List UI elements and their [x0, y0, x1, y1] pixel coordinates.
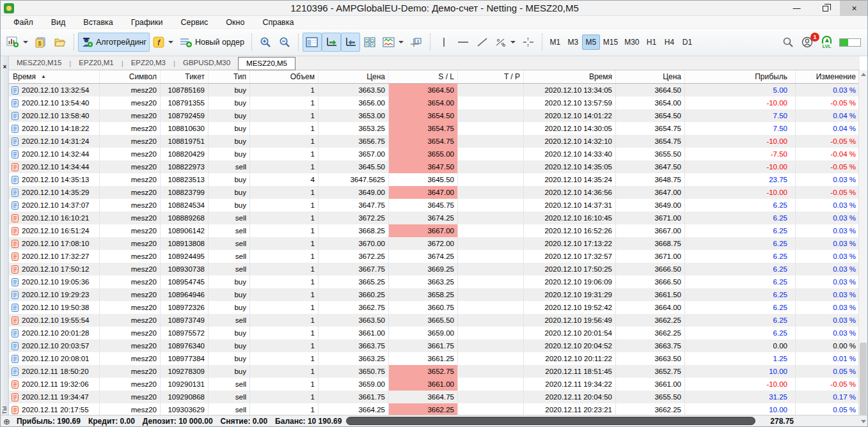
table-row[interactable]: 2020.12.10 19:50:38mesz20108972326buy136… [9, 301, 860, 314]
panel-close-icon[interactable]: × [1, 64, 9, 70]
table-row[interactable]: 2020.12.10 17:32:27mesz20108924495sell13… [9, 250, 860, 263]
auto-scroll-button[interactable] [322, 33, 341, 52]
table-row[interactable]: 2020.12.10 14:35:13mesz20108823513buy436… [9, 173, 860, 186]
menu-tools[interactable]: Сервис [172, 16, 217, 29]
table-row[interactable]: 2020.12.10 20:01:28mesz20108975572buy136… [9, 327, 860, 339]
timeframe-m1[interactable]: M1 [546, 35, 564, 50]
minimize-button[interactable]: — [782, 1, 811, 16]
menu-help[interactable]: Справка [253, 16, 303, 29]
community-button[interactable]: 1 [801, 36, 814, 49]
table-row[interactable]: 2020.12.10 20:03:57mesz20108976340buy136… [9, 339, 860, 352]
status-plus-icon[interactable]: ⊕ [3, 417, 10, 426]
header-open-time[interactable]: Время ▲ [9, 70, 100, 83]
data-window-button[interactable]: i [407, 33, 426, 52]
header-ticket[interactable]: Тикет [161, 70, 209, 83]
close-button[interactable]: × [840, 1, 868, 16]
table-row[interactable]: 2020.12.10 14:31:24mesz20108819751buy136… [9, 135, 860, 148]
new-order-button[interactable]: Новый ордер [177, 33, 248, 52]
indicators-button[interactable] [379, 33, 407, 52]
table-row[interactable]: 2020.12.10 20:08:01mesz20108977384buy136… [9, 352, 860, 365]
timeframe-m30[interactable]: M30 [621, 35, 642, 50]
horizontal-scrollbar-thumb[interactable] [346, 417, 755, 425]
table-row[interactable]: 2020.12.10 14:35:29mesz20108823799buy136… [9, 186, 860, 199]
header-change[interactable]: Изменение [796, 70, 860, 83]
table-row[interactable]: 2020.12.11 19:34:47mesz20109290868sell13… [9, 391, 860, 403]
table-row[interactable]: 2020.12.10 14:37:07mesz20108824534buy136… [9, 199, 860, 212]
tab-gbpusd-m30[interactable]: GBPUSD,M30 [175, 56, 238, 70]
table-row[interactable]: 2020.12.10 19:29:23mesz20108964946buy136… [9, 288, 860, 301]
status-bar: ⊕ Прибыль: 190.69 Кредит: 0.00 Депозит: … [1, 415, 868, 426]
scroll-down-icon[interactable] [861, 420, 866, 423]
cell-volume: 1 [250, 135, 319, 148]
trendline-icon [477, 37, 488, 47]
header-volume[interactable]: Объем [250, 70, 319, 83]
tab-epz20-m3[interactable]: EPZ20,M3 [123, 56, 173, 70]
search-button[interactable] [782, 36, 794, 48]
profiles-folder-button[interactable] [51, 33, 70, 52]
horizontal-line-button[interactable] [454, 33, 473, 52]
crosshair-button[interactable] [519, 33, 538, 52]
cell-sl: 3667.00 [389, 224, 458, 237]
menu-file[interactable]: Файл [4, 16, 42, 29]
header-close-price[interactable]: Цена [616, 70, 685, 83]
scroll-up-icon[interactable] [861, 73, 866, 76]
table-row[interactable]: 2020.12.10 14:34:44mesz20108822973sell13… [9, 160, 860, 173]
restore-button[interactable] [811, 1, 840, 16]
cell-volume: 1 [250, 148, 319, 160]
cell-sl: 3654.75 [389, 122, 458, 135]
header-close-time[interactable]: Время [524, 70, 616, 83]
mql5-function-button[interactable]: f [150, 33, 177, 52]
sell-order-icon [12, 406, 19, 414]
chart-shift-button[interactable] [341, 33, 360, 52]
table-row[interactable]: 2020.12.11 20:17:55mesz20109303629sell13… [9, 403, 860, 416]
table-row[interactable]: 2020.12.10 13:58:40mesz20108792459buy136… [9, 109, 860, 122]
table-row[interactable]: 2020.12.11 18:50:20mesz20109278309buy136… [9, 365, 860, 378]
header-type[interactable]: Тип [209, 70, 250, 83]
new-chart-button[interactable] [3, 33, 31, 52]
open-account-button[interactable]: $ [31, 33, 51, 52]
menu-insert[interactable]: Вставка [74, 16, 122, 29]
table-row[interactable]: 2020.12.10 17:08:10mesz20108913808sell13… [9, 237, 860, 250]
chart-layout-button[interactable] [303, 33, 322, 52]
menu-view[interactable]: Вид [42, 16, 75, 29]
tab-mesz20-m15[interactable]: MESZ20,M15 [9, 56, 69, 70]
table-row[interactable]: 2020.12.10 17:50:12mesz20108930738sell13… [9, 263, 860, 276]
zoom-in-button[interactable] [256, 33, 275, 52]
trendline-button[interactable] [473, 33, 492, 52]
table-row[interactable]: 2020.12.10 13:54:40mesz20108791355buy136… [9, 97, 860, 109]
table-row[interactable]: 2020.12.10 19:05:36mesz20108954745buy136… [9, 276, 860, 288]
vertical-line-button[interactable] [434, 33, 454, 52]
tile-windows-button[interactable] [360, 33, 379, 52]
table-row[interactable]: 2020.12.10 13:32:54mesz20108785169buy136… [9, 84, 860, 97]
timeframe-h1[interactable]: H1 [643, 35, 661, 50]
timeframe-h4[interactable]: H4 [661, 35, 679, 50]
table-row[interactable]: 2020.12.10 14:18:22mesz20108810630buy136… [9, 122, 860, 135]
tab-epz20-m1[interactable]: EPZ20,M1 [71, 56, 121, 70]
timeframe-d1[interactable]: D1 [679, 35, 697, 50]
header-symbol[interactable]: Символ [100, 70, 161, 83]
algo-trading-button[interactable]: Алготрейдинг [78, 33, 150, 52]
table-row[interactable]: 2020.12.10 14:32:44mesz20108820429buy136… [9, 148, 860, 160]
timeframe-m15[interactable]: M15 [600, 35, 621, 50]
vertical-scrollbar[interactable] [858, 70, 867, 416]
header-price[interactable]: Цена [319, 70, 389, 83]
table-row[interactable]: 2020.12.11 19:32:06mesz20109290131sell13… [9, 378, 860, 391]
table-row[interactable]: 2020.12.10 19:55:54mesz20108973749sell13… [9, 314, 860, 327]
tab-mesz20-m5[interactable]: MESZ20,M5 [238, 57, 296, 70]
zoom-out-button[interactable] [275, 33, 294, 52]
lvl-indicator[interactable]: LVL [822, 36, 832, 49]
header-sl[interactable]: S / L [389, 70, 458, 83]
header-tp[interactable]: T / P [458, 70, 524, 83]
table-row[interactable]: 2020.12.10 16:10:21mesz20108889268sell13… [9, 212, 860, 224]
header-profit[interactable]: Прибыль [685, 70, 796, 83]
timeframe-m3[interactable]: M3 [564, 35, 582, 50]
vertical-scrollbar-thumb[interactable] [860, 343, 867, 415]
table-row[interactable]: 2020.12.10 16:51:24mesz20108906142sell13… [9, 224, 860, 237]
cell-close-price: 3652.75 [616, 365, 685, 378]
cell-tp [458, 224, 524, 237]
timeframe-m5[interactable]: M5 [582, 35, 600, 50]
menu-charts[interactable]: Графики [122, 16, 172, 29]
auto-scroll-icon [326, 37, 337, 47]
menu-window[interactable]: Окно [217, 16, 253, 29]
fibonacci-button[interactable] [492, 33, 519, 52]
